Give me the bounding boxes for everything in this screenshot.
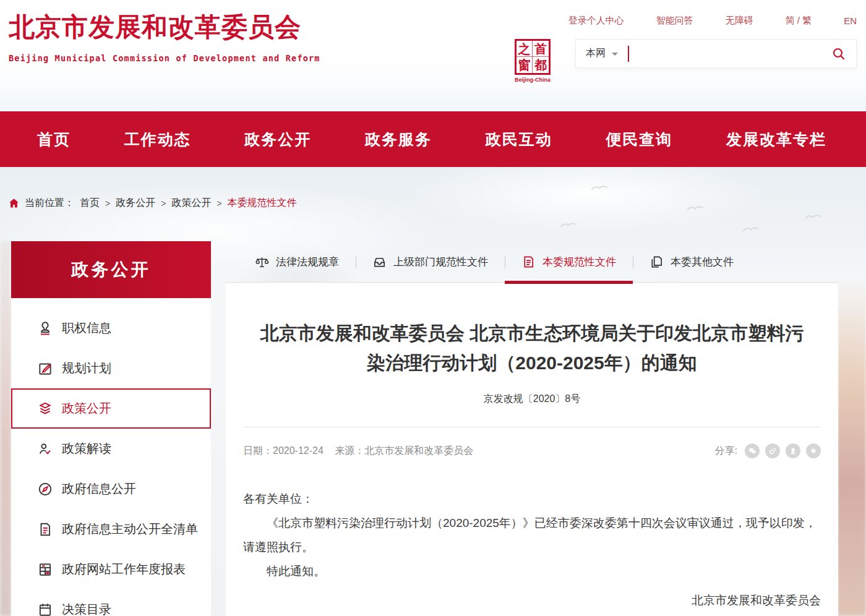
bird-icon bbox=[804, 212, 821, 219]
breadcrumb-home[interactable]: 首页 bbox=[80, 197, 100, 210]
bird-icon bbox=[560, 220, 577, 227]
tab-label: 上级部门规范性文件 bbox=[393, 255, 488, 269]
share-label: 分享: bbox=[715, 445, 737, 458]
header-right: 登录个人中心 智能问答 无障碍 简 / 繁 EN 之 首 窗 都 Beijing… bbox=[512, 15, 857, 83]
seal-char: 窗 bbox=[517, 57, 533, 73]
site-title-en: Beijing Municipal Commission of Developm… bbox=[9, 53, 320, 63]
top-link-smart-qa[interactable]: 智能问答 bbox=[656, 15, 693, 27]
breadcrumb-gov-disclosure[interactable]: 政务公开 bbox=[116, 197, 155, 210]
tab-laws-regulations[interactable]: 法律法规规章 bbox=[238, 241, 356, 282]
bird-icon bbox=[687, 203, 704, 210]
nav-item-gov-services[interactable]: 政务服务 bbox=[365, 129, 432, 150]
main-nav: 首页 工作动态 政务公开 政务服务 政民互动 便民查询 发展改革专栏 bbox=[0, 111, 866, 167]
sidebar-item-policy-interpretation[interactable]: 政策解读 bbox=[11, 429, 211, 469]
nav-item-work-news[interactable]: 工作动态 bbox=[124, 129, 191, 150]
wechat-share-icon[interactable] bbox=[745, 443, 760, 458]
compass-icon bbox=[37, 481, 53, 497]
home-icon[interactable] bbox=[9, 198, 19, 208]
tab-commission-other-docs[interactable]: 本委其他文件 bbox=[633, 241, 750, 282]
tab-label: 本委规范性文件 bbox=[542, 255, 616, 269]
sidebar-item-gov-info-disclosure[interactable]: 政府信息公开 bbox=[11, 469, 211, 509]
sidebar-title[interactable]: 政务公开 bbox=[11, 241, 211, 298]
sidebar-item-decision-catalog[interactable]: 决策目录 bbox=[11, 589, 211, 616]
scale-icon bbox=[255, 255, 269, 269]
article-panel: 北京市发展和改革委员会 北京市生态环境局关于印发北京市塑料污染治理行动计划（20… bbox=[226, 283, 838, 616]
sidebar-item-label: 政府网站工作年度报表 bbox=[62, 561, 186, 578]
article-title: 北京市发展和改革委员会 北京市生态环境局关于印发北京市塑料污染治理行动计划（20… bbox=[260, 319, 804, 378]
seal-char: 之 bbox=[517, 41, 533, 57]
page: 北京市发展和改革委员会 Beijing Municipal Commission… bbox=[0, 0, 866, 616]
search-input[interactable] bbox=[629, 41, 831, 66]
pages-icon bbox=[650, 255, 664, 269]
document-tabs: 法律法规规章 上级部门规范性文件 本委规 bbox=[226, 241, 838, 283]
chevron-down-icon[interactable] bbox=[612, 53, 618, 59]
inbox-icon bbox=[372, 255, 387, 269]
breadcrumb-separator: > bbox=[105, 199, 110, 208]
seal-box: 之 首 窗 都 bbox=[515, 39, 551, 75]
top-link-accessibility[interactable]: 无障碍 bbox=[726, 15, 753, 27]
tab-label: 本委其他文件 bbox=[671, 255, 734, 269]
main-column: 法律法规规章 上级部门规范性文件 本委规 bbox=[226, 241, 838, 616]
nav-item-interaction[interactable]: 政民互动 bbox=[486, 129, 552, 150]
background-temple-left bbox=[0, 241, 11, 616]
sidebar-item-label: 决策目录 bbox=[62, 601, 111, 616]
seal-caption: Beijing-China bbox=[512, 77, 553, 83]
nav-item-gov-disclosure[interactable]: 政务公开 bbox=[244, 129, 311, 150]
search-row: 之 首 窗 都 Beijing-China 本网 bbox=[512, 39, 857, 83]
document-number: 京发改规〔2020〕8号 bbox=[243, 393, 821, 406]
stamp-icon bbox=[37, 320, 53, 336]
site-header: 北京市发展和改革委员会 Beijing Municipal Commission… bbox=[0, 0, 866, 111]
breadcrumb-current[interactable]: 本委规范性文件 bbox=[228, 197, 297, 210]
salutation: 各有关单位： bbox=[243, 487, 821, 511]
site-title-cn: 北京市发展和改革委员会 bbox=[9, 10, 320, 45]
sidebar-item-label: 规划计划 bbox=[62, 360, 111, 377]
qq-share-icon[interactable] bbox=[786, 443, 800, 458]
bird-icon bbox=[742, 224, 760, 231]
breadcrumb-policy-disclosure[interactable]: 政策公开 bbox=[171, 197, 211, 210]
bird-icon bbox=[591, 182, 608, 190]
seal-char: 首 bbox=[533, 41, 549, 57]
layers-icon bbox=[37, 401, 53, 417]
person-check-icon bbox=[37, 441, 53, 457]
sidebar-item-authority-info[interactable]: 职权信息 bbox=[11, 308, 211, 348]
search-icon[interactable] bbox=[831, 46, 846, 61]
calendar-icon bbox=[37, 602, 53, 616]
top-link-english[interactable]: EN bbox=[844, 15, 857, 26]
article-meta: 日期：2020-12-24 来源：北京市发展和改革委员会 分享: bbox=[243, 443, 821, 458]
sidebar-item-label: 政策公开 bbox=[62, 400, 111, 417]
top-links: 登录个人中心 智能问答 无障碍 简 / 繁 EN bbox=[512, 15, 857, 27]
breadcrumb-separator: > bbox=[161, 199, 166, 208]
more-star-share-icon[interactable] bbox=[806, 443, 821, 458]
tab-commission-normative-docs[interactable]: 本委规范性文件 bbox=[505, 241, 633, 282]
divider bbox=[243, 427, 821, 427]
beijing-china-seal-logo[interactable]: 之 首 窗 都 Beijing-China bbox=[512, 39, 553, 83]
share-bar: 分享: bbox=[715, 443, 821, 458]
top-link-login[interactable]: 登录个人中心 bbox=[568, 15, 624, 27]
nav-item-convenience-query[interactable]: 便民查询 bbox=[606, 129, 672, 150]
sidebar-item-planning[interactable]: 规划计划 bbox=[11, 348, 211, 388]
nav-item-reform-column[interactable]: 发展改革专栏 bbox=[726, 129, 826, 150]
breadcrumb-separator: > bbox=[216, 199, 221, 208]
document-icon bbox=[521, 255, 536, 269]
sidebar-item-policy-disclosure[interactable]: 政策公开 bbox=[11, 388, 211, 429]
sidebar-item-label: 政府信息主动公开全清单 bbox=[62, 521, 198, 537]
two-column-layout: 政务公开 职权信息 bbox=[11, 241, 866, 616]
sidebar-item-label: 政策解读 bbox=[62, 440, 111, 457]
sidebar: 政务公开 职权信息 bbox=[11, 241, 211, 616]
sidebar-item-label: 职权信息 bbox=[62, 320, 111, 336]
seal-char: 都 bbox=[533, 57, 549, 73]
top-link-simplified-traditional[interactable]: 简 / 繁 bbox=[786, 15, 812, 27]
weibo-share-icon[interactable] bbox=[765, 443, 780, 458]
search-box: 本网 bbox=[575, 39, 857, 68]
breadcrumb-label: 当前位置： bbox=[25, 197, 74, 210]
paragraph: 《北京市塑料污染治理行动计划（2020-2025年）》已经市委深改委第十四次会议… bbox=[243, 511, 821, 559]
site-logo[interactable]: 北京市发展和改革委员会 Beijing Municipal Commission… bbox=[9, 10, 320, 63]
sidebar-item-label: 政府信息公开 bbox=[62, 481, 136, 497]
document-list-icon bbox=[37, 521, 53, 537]
nav-item-home[interactable]: 首页 bbox=[37, 129, 71, 150]
tab-superior-normative-docs[interactable]: 上级部门规范性文件 bbox=[356, 241, 505, 282]
search-scope-dropdown[interactable]: 本网 bbox=[586, 47, 606, 60]
sidebar-item-proactive-disclosure-list[interactable]: 政府信息主动公开全清单 bbox=[11, 509, 211, 549]
sidebar-item-annual-website-report[interactable]: 政府网站工作年度报表 bbox=[11, 549, 211, 589]
plan-icon bbox=[37, 361, 53, 377]
